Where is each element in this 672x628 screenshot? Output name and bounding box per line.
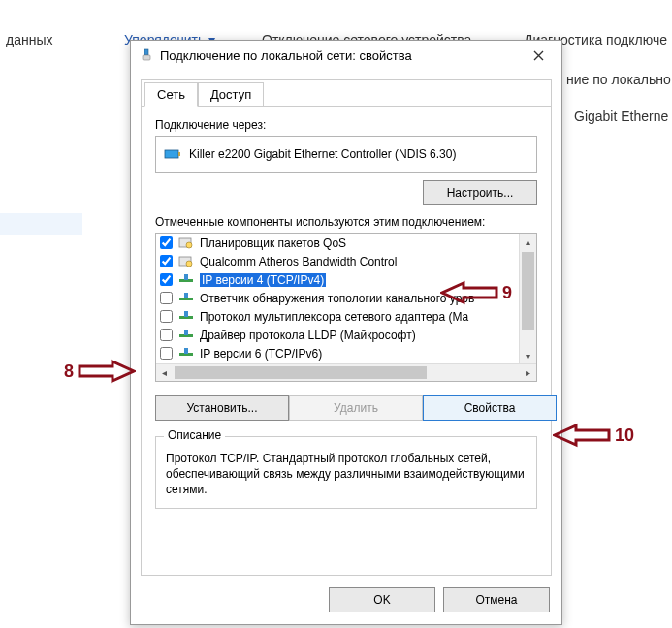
bg-line-2: Gigabit Etherne	[574, 109, 668, 124]
component-checkbox[interactable]	[160, 292, 173, 304]
protocol-icon	[178, 310, 194, 323]
component-checkbox[interactable]	[160, 310, 173, 323]
bg-text-data: данных	[6, 32, 52, 47]
network-adapter-icon	[139, 47, 154, 63]
component-label: Планировщик пакетов QoS	[200, 236, 346, 250]
connection-properties-dialog: Подключение по локальной сети: свойства …	[130, 40, 562, 625]
list-item[interactable]: Qualcomm Atheros Bandwidth Control	[156, 252, 520, 270]
properties-button[interactable]: Свойства	[423, 395, 557, 421]
svg-point-7	[186, 261, 192, 267]
list-item[interactable]: IP версии 6 (TCP/IPv6)	[156, 344, 520, 362]
service-icon	[178, 255, 194, 267]
tab-body-network: Подключение через: Killer e2200 Gigabit …	[142, 106, 551, 575]
svg-rect-13	[184, 311, 188, 317]
components-listbox[interactable]: Планировщик пакетов QoSQualcomm Atheros …	[155, 233, 537, 382]
close-icon	[533, 50, 544, 61]
svg-rect-17	[184, 348, 188, 354]
svg-rect-15	[184, 330, 188, 335]
component-checkbox[interactable]	[160, 236, 173, 249]
nic-icon	[164, 147, 181, 161]
tab-network[interactable]: Сеть	[144, 82, 198, 107]
component-label: IP версии 6 (TCP/IPv6)	[200, 347, 322, 361]
connect-via-label: Подключение через:	[155, 118, 537, 132]
svg-rect-11	[184, 293, 188, 298]
svg-rect-0	[144, 49, 148, 55]
component-label: IP версии 4 (TCP/IPv4)	[200, 273, 326, 287]
property-sheet: Сеть Доступ Подключение через: Killer e2…	[141, 79, 552, 576]
protocol-icon	[178, 273, 194, 286]
description-text: Протокол TCP/IP. Стандартный протокол гл…	[166, 451, 527, 498]
description-groupbox: Описание Протокол TCP/IP. Стандартный пр…	[155, 436, 537, 509]
components-label: Отмеченные компоненты используются этим …	[155, 215, 537, 229]
protocol-icon	[178, 292, 194, 304]
scroll-right-icon[interactable]: ▸	[520, 364, 536, 381]
adapter-box[interactable]: Killer e2200 Gigabit Ethernet Controller…	[155, 136, 537, 173]
protocol-icon	[178, 347, 194, 360]
annotation-8: 8	[64, 359, 136, 384]
remove-button: Удалить	[289, 395, 423, 421]
component-label: Qualcomm Atheros Bandwidth Control	[200, 255, 397, 268]
list-item[interactable]: Протокол мультиплексора сетевого адаптер…	[156, 307, 520, 326]
list-item[interactable]: Драйвер протокола LLDP (Майкрософт)	[156, 326, 520, 344]
groupbox-title: Описание	[164, 428, 225, 442]
bg-line-1: ние по локально	[566, 72, 671, 87]
dialog-title: Подключение по локальной сети: свойства	[160, 48, 412, 63]
arrow-right-icon	[78, 359, 136, 384]
svg-point-5	[186, 242, 192, 248]
scroll-down-icon[interactable]: ▾	[520, 348, 536, 364]
dialog-titlebar: Подключение по локальной сети: свойства	[131, 41, 561, 70]
component-label: Ответчик обнаружения топологии канальног…	[200, 292, 474, 305]
scroll-thumb[interactable]	[522, 252, 534, 330]
component-checkbox[interactable]	[160, 273, 173, 286]
cancel-button[interactable]: Отмена	[443, 587, 550, 612]
tabstrip: Сеть Доступ	[144, 82, 551, 107]
scroll-left-icon[interactable]: ◂	[156, 364, 173, 381]
scroll-up-icon[interactable]: ▴	[520, 234, 536, 250]
component-label: Драйвер протокола LLDP (Майкрософт)	[200, 329, 416, 342]
component-checkbox[interactable]	[160, 347, 173, 360]
ok-button[interactable]: OK	[329, 587, 435, 612]
component-checkbox[interactable]	[160, 329, 173, 341]
vertical-scrollbar[interactable]: ▴ ▾	[519, 234, 536, 364]
horizontal-scrollbar[interactable]: ◂ ▸	[156, 363, 536, 381]
protocol-icon	[178, 329, 194, 341]
install-button[interactable]: Установить...	[155, 395, 289, 421]
service-icon	[178, 236, 194, 249]
list-item[interactable]: Планировщик пакетов QoS	[156, 234, 520, 252]
svg-rect-3	[178, 152, 180, 156]
hscroll-thumb[interactable]	[175, 366, 427, 379]
arrow-left-icon	[440, 280, 498, 305]
component-checkbox[interactable]	[160, 255, 173, 267]
annotation-10: 10	[553, 423, 634, 448]
arrow-left-icon	[553, 423, 611, 448]
annotation-9: 9	[440, 280, 512, 305]
adapter-name: Killer e2200 Gigabit Ethernet Controller…	[189, 147, 456, 161]
tab-access[interactable]: Доступ	[198, 82, 264, 107]
svg-rect-1	[143, 55, 150, 60]
close-button[interactable]	[519, 42, 558, 69]
svg-rect-9	[184, 274, 188, 280]
svg-rect-2	[165, 150, 178, 158]
component-label: Протокол мультиплексора сетевого адаптер…	[200, 310, 468, 324]
configure-button[interactable]: Настроить...	[423, 180, 537, 205]
